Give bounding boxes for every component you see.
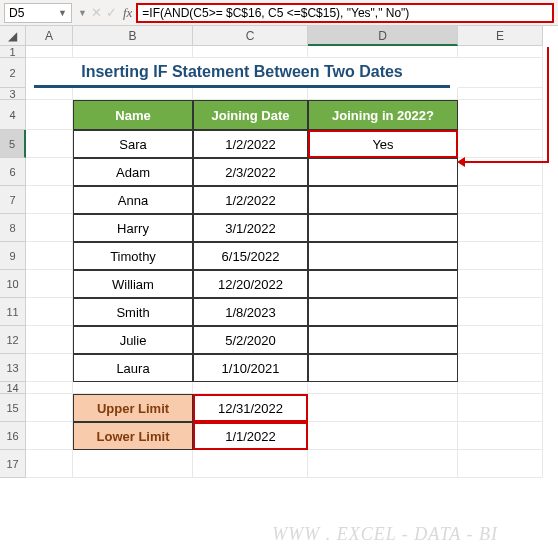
cell-a4[interactable] bbox=[26, 100, 73, 130]
cell-d3[interactable] bbox=[308, 88, 458, 100]
cell-d10[interactable] bbox=[308, 270, 458, 298]
cell-b17[interactable] bbox=[73, 450, 193, 478]
cell-b12[interactable]: Julie bbox=[73, 326, 193, 354]
cell-b5[interactable]: Sara bbox=[73, 130, 193, 158]
row-header-14[interactable]: 14 bbox=[0, 382, 26, 394]
cell-c17[interactable] bbox=[193, 450, 308, 478]
cell-d9[interactable] bbox=[308, 242, 458, 270]
row-header-6[interactable]: 6 bbox=[0, 158, 26, 186]
select-all-corner[interactable]: ◢ bbox=[0, 26, 26, 46]
cell-a9[interactable] bbox=[26, 242, 73, 270]
cell-d5-selected[interactable]: Yes bbox=[308, 130, 458, 158]
cell-b8[interactable]: Harry bbox=[73, 214, 193, 242]
cell-c8[interactable]: 3/1/2022 bbox=[193, 214, 308, 242]
row-header-8[interactable]: 8 bbox=[0, 214, 26, 242]
cell-a16[interactable] bbox=[26, 422, 73, 450]
cell-c7[interactable]: 1/2/2022 bbox=[193, 186, 308, 214]
cell-d13[interactable] bbox=[308, 354, 458, 382]
cell-b1[interactable] bbox=[73, 46, 193, 58]
cell-d15[interactable] bbox=[308, 394, 458, 422]
cell-c10[interactable]: 12/20/2022 bbox=[193, 270, 308, 298]
header-date[interactable]: Joining Date bbox=[193, 100, 308, 130]
cell-d12[interactable] bbox=[308, 326, 458, 354]
cell-e8[interactable] bbox=[458, 214, 543, 242]
cell-a3[interactable] bbox=[26, 88, 73, 100]
cell-e5[interactable] bbox=[458, 130, 543, 158]
cell-a12[interactable] bbox=[26, 326, 73, 354]
row-header-11[interactable]: 11 bbox=[0, 298, 26, 326]
cell-d17[interactable] bbox=[308, 450, 458, 478]
row-header-15[interactable]: 15 bbox=[0, 394, 26, 422]
cell-d11[interactable] bbox=[308, 298, 458, 326]
row-header-5[interactable]: 5 bbox=[0, 130, 26, 158]
cell-b10[interactable]: William bbox=[73, 270, 193, 298]
cell-e11[interactable] bbox=[458, 298, 543, 326]
col-header-e[interactable]: E bbox=[458, 26, 543, 46]
cell-a1[interactable] bbox=[26, 46, 73, 58]
formula-bar[interactable]: =IF(AND(C5>= $C$16, C5 <=$C$15), "Yes","… bbox=[136, 3, 554, 23]
cell-a11[interactable] bbox=[26, 298, 73, 326]
row-header-7[interactable]: 7 bbox=[0, 186, 26, 214]
row-header-1[interactable]: 1 bbox=[0, 46, 26, 58]
col-header-a[interactable]: A bbox=[26, 26, 73, 46]
cell-a10[interactable] bbox=[26, 270, 73, 298]
cell-a13[interactable] bbox=[26, 354, 73, 382]
cell-e17[interactable] bbox=[458, 450, 543, 478]
cell-c12[interactable]: 5/2/2020 bbox=[193, 326, 308, 354]
cell-e9[interactable] bbox=[458, 242, 543, 270]
cell-e1[interactable] bbox=[458, 46, 543, 58]
cell-d7[interactable] bbox=[308, 186, 458, 214]
cell-e16[interactable] bbox=[458, 422, 543, 450]
upper-limit-value[interactable]: 12/31/2022 bbox=[193, 394, 308, 422]
cell-d1[interactable] bbox=[308, 46, 458, 58]
row-header-10[interactable]: 10 bbox=[0, 270, 26, 298]
cell-e15[interactable] bbox=[458, 394, 543, 422]
row-header-9[interactable]: 9 bbox=[0, 242, 26, 270]
cell-e14[interactable] bbox=[458, 382, 543, 394]
cell-a17[interactable] bbox=[26, 450, 73, 478]
name-box[interactable]: D5 ▼ bbox=[4, 3, 72, 23]
cell-d14[interactable] bbox=[308, 382, 458, 394]
col-header-b[interactable]: B bbox=[73, 26, 193, 46]
upper-limit-label[interactable]: Upper Limit bbox=[73, 394, 193, 422]
cell-a15[interactable] bbox=[26, 394, 73, 422]
row-header-17[interactable]: 17 bbox=[0, 450, 26, 478]
cell-c5[interactable]: 1/2/2022 bbox=[193, 130, 308, 158]
cell-e3[interactable] bbox=[458, 88, 543, 100]
row-header-2[interactable]: 2 bbox=[0, 58, 26, 88]
cell-a14[interactable] bbox=[26, 382, 73, 394]
cell-b13[interactable]: Laura bbox=[73, 354, 193, 382]
cell-c1[interactable] bbox=[193, 46, 308, 58]
cell-e2[interactable] bbox=[458, 58, 543, 88]
cell-e4[interactable] bbox=[458, 100, 543, 130]
cell-b7[interactable]: Anna bbox=[73, 186, 193, 214]
row-header-3[interactable]: 3 bbox=[0, 88, 26, 100]
cell-b11[interactable]: Smith bbox=[73, 298, 193, 326]
cell-b6[interactable]: Adam bbox=[73, 158, 193, 186]
cell-b3[interactable] bbox=[73, 88, 193, 100]
cell-d6[interactable] bbox=[308, 158, 458, 186]
cell-c11[interactable]: 1/8/2023 bbox=[193, 298, 308, 326]
cell-e13[interactable] bbox=[458, 354, 543, 382]
cell-a8[interactable] bbox=[26, 214, 73, 242]
cell-a5[interactable] bbox=[26, 130, 73, 158]
cell-e10[interactable] bbox=[458, 270, 543, 298]
cell-a6[interactable] bbox=[26, 158, 73, 186]
row-header-12[interactable]: 12 bbox=[0, 326, 26, 354]
col-header-d[interactable]: D bbox=[308, 26, 458, 46]
cell-b14[interactable] bbox=[73, 382, 193, 394]
cell-c3[interactable] bbox=[193, 88, 308, 100]
header-name[interactable]: Name bbox=[73, 100, 193, 130]
cancel-icon[interactable]: ✕ bbox=[91, 5, 102, 20]
cell-d8[interactable] bbox=[308, 214, 458, 242]
fx-label[interactable]: fx bbox=[123, 5, 132, 21]
dropdown-icon[interactable]: ▼ bbox=[78, 8, 87, 18]
row-header-13[interactable]: 13 bbox=[0, 354, 26, 382]
lower-limit-label[interactable]: Lower Limit bbox=[73, 422, 193, 450]
cell-e12[interactable] bbox=[458, 326, 543, 354]
lower-limit-value[interactable]: 1/1/2022 bbox=[193, 422, 308, 450]
name-box-dropdown-icon[interactable]: ▼ bbox=[58, 8, 67, 18]
cell-a7[interactable] bbox=[26, 186, 73, 214]
col-header-c[interactable]: C bbox=[193, 26, 308, 46]
cell-b9[interactable]: Timothy bbox=[73, 242, 193, 270]
